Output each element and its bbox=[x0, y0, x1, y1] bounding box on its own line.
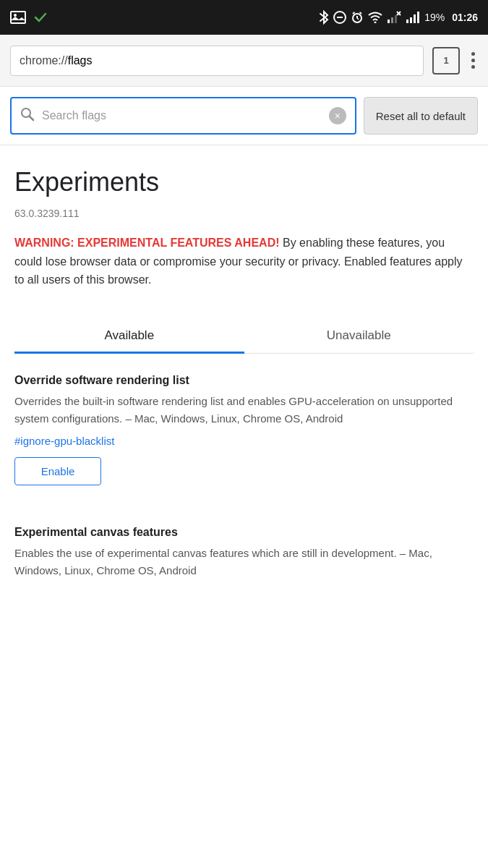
svg-rect-15 bbox=[406, 20, 408, 23]
battery-percentage: 19% bbox=[424, 12, 445, 23]
svg-rect-18 bbox=[417, 12, 419, 23]
bluetooth-icon bbox=[319, 10, 329, 25]
menu-dot-3 bbox=[471, 65, 475, 69]
search-box[interactable]: Search flags × bbox=[10, 97, 356, 135]
feature-title-1: Override software rendering list bbox=[14, 374, 474, 387]
tab-unavailable[interactable]: Unavailable bbox=[244, 318, 474, 353]
page-title: Experiments bbox=[14, 167, 474, 197]
signal-bars-icon bbox=[406, 11, 420, 24]
wifi-icon bbox=[368, 12, 382, 23]
version-text: 63.0.3239.111 bbox=[14, 208, 474, 219]
svg-line-20 bbox=[30, 116, 33, 120]
svg-line-8 bbox=[360, 12, 362, 14]
tabs-container: Available Unavailable bbox=[14, 318, 474, 354]
svg-point-9 bbox=[374, 22, 377, 24]
svg-rect-10 bbox=[388, 20, 390, 23]
more-options-button[interactable] bbox=[468, 49, 478, 72]
status-bar: 19% 01:26 bbox=[0, 0, 488, 35]
search-clear-button[interactable]: × bbox=[329, 107, 346, 124]
signal-x-icon bbox=[387, 11, 401, 24]
main-content: Experiments 63.0.3239.111 WARNING: EXPER… bbox=[0, 145, 488, 642]
feature-desc-2: Enables the use of experimental canvas f… bbox=[14, 545, 474, 579]
feature-override-rendering: Override software rendering list Overrid… bbox=[14, 374, 474, 506]
menu-dot-1 bbox=[471, 52, 475, 56]
svg-line-6 bbox=[357, 18, 359, 20]
check-icon bbox=[33, 10, 48, 25]
tab-count-button[interactable]: 1 bbox=[432, 47, 460, 75]
svg-rect-12 bbox=[395, 15, 397, 23]
svg-line-7 bbox=[353, 12, 355, 14]
menu-dot-2 bbox=[471, 59, 475, 62]
alarm-icon bbox=[351, 11, 364, 24]
svg-rect-17 bbox=[414, 14, 416, 23]
address-input[interactable]: chrome://flags bbox=[10, 46, 424, 76]
gallery-icon bbox=[10, 11, 26, 24]
enable-button-1[interactable]: Enable bbox=[14, 457, 101, 485]
minus-circle-icon bbox=[333, 11, 346, 24]
status-bar-right: 19% 01:26 bbox=[319, 10, 478, 25]
feature-link-1[interactable]: #ignore-gpu-blacklist bbox=[14, 435, 474, 447]
search-area: Search flags × Reset all to default bbox=[0, 87, 488, 145]
feature-title-2: Experimental canvas features bbox=[14, 526, 474, 539]
search-icon bbox=[20, 107, 35, 125]
svg-rect-0 bbox=[11, 12, 25, 23]
feature-canvas: Experimental canvas features Enables the… bbox=[14, 526, 474, 607]
warning-label: WARNING: EXPERIMENTAL FEATURES AHEAD! bbox=[14, 237, 280, 249]
svg-rect-16 bbox=[410, 17, 412, 23]
svg-point-1 bbox=[14, 14, 17, 17]
reset-all-button[interactable]: Reset all to default bbox=[364, 97, 478, 135]
warning-block: WARNING: EXPERIMENTAL FEATURES AHEAD! By… bbox=[14, 234, 474, 289]
status-time: 01:26 bbox=[452, 12, 478, 23]
address-text: chrome://flags bbox=[20, 54, 92, 67]
svg-rect-11 bbox=[391, 17, 393, 23]
tab-available[interactable]: Available bbox=[14, 318, 244, 353]
search-input-placeholder: Search flags bbox=[42, 109, 322, 122]
address-bar: chrome://flags 1 bbox=[0, 35, 488, 87]
status-bar-left bbox=[10, 10, 48, 25]
feature-desc-1: Overrides the built-in software renderin… bbox=[14, 393, 474, 427]
